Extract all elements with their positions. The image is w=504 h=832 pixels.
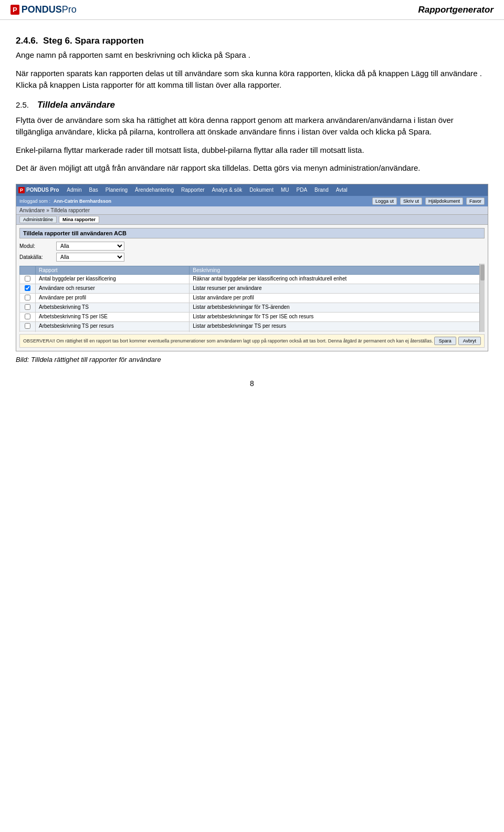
nav-avtal[interactable]: Avtal	[332, 185, 351, 194]
screenshot-caption: Bild: Tilldela rättighet till rapporter …	[16, 356, 488, 363]
app-main-content: Tilldela rapporter till användaren ACB M…	[16, 225, 488, 351]
spara-button[interactable]: Spara	[434, 337, 456, 345]
table-row: Arbetsbeskrivning TS per ISEListar arbet…	[20, 312, 485, 321]
user-name: Ann-Catrin Bernhardsson	[54, 199, 111, 204]
section-246-number: 2.4.6.	[16, 36, 38, 46]
row-checkbox[interactable]	[25, 295, 30, 300]
logout-button[interactable]: Logga ut	[372, 197, 397, 205]
table-row: Arbetsbeskrivning TSListar arbetsbeskriv…	[20, 303, 485, 312]
row-rapport: Artiklar	[36, 331, 190, 332]
table-row: ArtiklarListar artiklar	[20, 331, 485, 332]
nav-mu[interactable]: MU	[277, 185, 293, 194]
avbryt-button[interactable]: Avbryt	[458, 337, 481, 345]
row-checkbox-cell[interactable]	[20, 293, 36, 303]
modul-select[interactable]: Alla	[56, 242, 124, 251]
nav-arendehantering[interactable]: Ärendehantering	[131, 185, 177, 194]
section-25-title: Tilldela användare	[37, 100, 115, 110]
screenshot-container: P PONDUS Pro Admin Bas Planering Ärendeh…	[16, 184, 488, 351]
row-beskrivning: Listar användare per profil	[190, 293, 485, 303]
logo-box-icon: P	[10, 5, 19, 15]
row-beskrivning: Listar artiklar	[190, 331, 485, 332]
section-25-para2: Enkel-pilarna flyttar markerade rader ti…	[16, 144, 488, 157]
row-checkbox[interactable]	[25, 276, 30, 282]
nav-brand[interactable]: Brand	[311, 185, 332, 194]
row-rapport: Användare och resurser	[36, 284, 190, 293]
table-header-rapport: Rapport	[36, 266, 190, 274]
subnav-mina-rapporter[interactable]: Mina rapporter	[59, 216, 99, 223]
row-rapport: Antal byggdelar per klassificering	[36, 274, 190, 284]
content-area: 2.4.6. Steg 6. Spara rapporten Ange namn…	[0, 20, 504, 403]
page-number: 8	[16, 379, 488, 388]
table-header-checkbox	[20, 266, 36, 274]
table-row: Antal byggdelar per klassificeringRäknar…	[20, 274, 485, 284]
datakalla-select[interactable]: Alla	[56, 253, 124, 262]
section-246-para1: Ange namn på rapporten samt en beskrivni…	[16, 49, 488, 61]
section-25-number: 2.5.	[16, 100, 29, 109]
section-25-para1: Flytta över de användare som ska ha rätt…	[16, 115, 488, 138]
rapport-table: Rapport Beskrivning Antal byggdelar per …	[19, 266, 485, 332]
row-checkbox[interactable]	[25, 314, 30, 319]
section-25-heading: 2.5. Tilldela användare	[16, 100, 488, 110]
nav-rapporter[interactable]: Rapporter	[177, 185, 208, 194]
row-checkbox[interactable]	[25, 304, 30, 310]
row-beskrivning: Listar arbetsbeskrivningar för TS-ärende…	[190, 303, 485, 312]
table-row: Användare per profilListar användare per…	[20, 293, 485, 303]
page-title: Rapportgenerator	[418, 5, 494, 15]
section-246-title: Steg 6. Spara rapporten	[43, 36, 144, 46]
row-checkbox-cell[interactable]	[20, 312, 36, 321]
footer-warning: OBSERVERA!! Om rättighet till en rapport…	[19, 334, 485, 348]
section-246-heading: 2.4.6. Steg 6. Spara rapporten	[16, 36, 488, 46]
footer-buttons: Spara Avbryt	[434, 337, 481, 345]
scroll-bar[interactable]	[479, 264, 485, 332]
modul-label: Modul:	[19, 243, 56, 249]
table-row: Användare och resurserListar resurser pe…	[20, 284, 485, 293]
print-button[interactable]: Skriv ut	[400, 197, 422, 205]
row-beskrivning: Listar arbetsbeskrivningar TS per resurs	[190, 321, 485, 331]
row-rapport: Arbetsbeskrivning TS per resurs	[36, 321, 190, 331]
row-checkbox[interactable]	[25, 285, 30, 291]
nav-planering[interactable]: Planering	[102, 185, 131, 194]
logo-text: PONDUSPro	[22, 4, 77, 15]
section-246-para2: När rapporten sparats kan rapporten dela…	[16, 68, 488, 91]
breadcrumb-text: Användare » Tilldela rapporter	[19, 207, 90, 213]
row-beskrivning: Räknar antal byggdelar per klassificerin…	[190, 274, 485, 284]
favorites-button[interactable]: Favor	[466, 197, 485, 205]
breadcrumb: Användare » Tilldela rapporter	[16, 206, 488, 215]
section-25-para3: Det är även möjligt att utgå från använd…	[16, 162, 488, 174]
nav-pda[interactable]: PDA	[292, 185, 311, 194]
row-checkbox-cell[interactable]	[20, 274, 36, 284]
logo-area: P PONDUSPro	[10, 4, 77, 15]
app-toolbar: Inloggad som : Ann-Catrin Bernhardsson L…	[16, 196, 488, 206]
nav-items: Admin Bas Planering Ärendehantering Rapp…	[63, 185, 486, 194]
row-rapport: Användare per profil	[36, 293, 190, 303]
row-beskrivning: Listar resurser per användare	[190, 284, 485, 293]
rapport-table-wrapper: Rapport Beskrivning Antal byggdelar per …	[19, 264, 485, 332]
logged-in-label: Inloggad som :	[19, 199, 50, 204]
modul-row: Modul: Alla	[19, 242, 485, 251]
scroll-thumb	[480, 265, 485, 280]
page-header: P PONDUSPro Rapportgenerator	[0, 0, 504, 20]
subnav-administration[interactable]: Administrâtine	[19, 216, 57, 223]
app-navbar: P PONDUS Pro Admin Bas Planering Ärendeh…	[16, 184, 488, 196]
row-checkbox[interactable]	[25, 323, 30, 329]
nav-bas[interactable]: Bas	[86, 185, 102, 194]
nav-dokument[interactable]: Dokument	[246, 185, 277, 194]
help-button[interactable]: Hjälpdokument	[425, 197, 463, 205]
row-checkbox-cell[interactable]	[20, 331, 36, 332]
row-beskrivning: Listar arbetsbeskrivningar för TS per IS…	[190, 312, 485, 321]
nav-analys[interactable]: Analys & sök	[208, 185, 246, 194]
warning-text: OBSERVERA!! Om rättighet till en rapport…	[23, 338, 433, 344]
row-checkbox-cell[interactable]	[20, 303, 36, 312]
row-rapport: Arbetsbeskrivning TS	[36, 303, 190, 312]
app-logo-box: P	[18, 187, 25, 193]
datakalla-label: Datakälla:	[19, 254, 56, 260]
row-rapport: Arbetsbeskrivning TS per ISE	[36, 312, 190, 321]
app-section-title: Tilldela rapporter till användaren ACB	[19, 228, 485, 238]
row-checkbox-cell[interactable]	[20, 321, 36, 331]
row-checkbox-cell[interactable]	[20, 284, 36, 293]
table-row: Arbetsbeskrivning TS per resursListar ar…	[20, 321, 485, 331]
app-logo-text: PONDUS Pro	[26, 187, 59, 193]
nav-admin[interactable]: Admin	[63, 185, 85, 194]
datakalla-row: Datakälla: Alla	[19, 253, 485, 262]
table-header-beskrivning: Beskrivning	[190, 266, 485, 274]
